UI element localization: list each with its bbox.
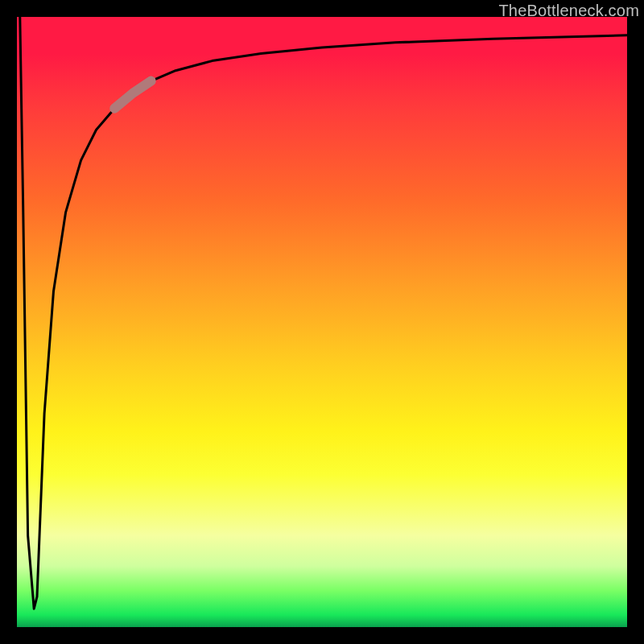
bottleneck-curve	[20, 17, 627, 609]
bottleneck-curve-highlight	[114, 81, 151, 109]
chart-svg	[17, 17, 627, 627]
watermark-text: TheBottleneck.com	[498, 2, 639, 20]
chart-area	[17, 17, 627, 627]
